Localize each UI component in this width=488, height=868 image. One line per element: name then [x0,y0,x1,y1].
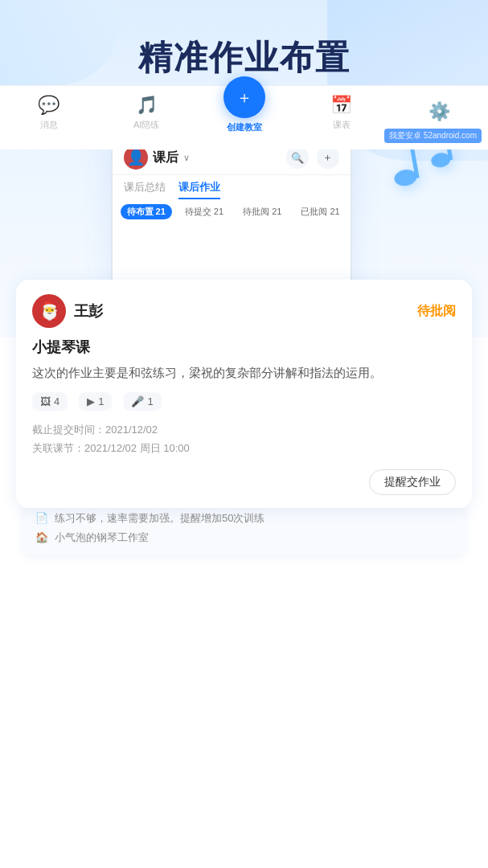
deadline-info: 截止提交时间：2021/12/02 [32,420,456,439]
message-icon: 💬 [38,95,59,116]
main-tabs: 课后总结 课后作业 [113,175,351,199]
search-icon[interactable]: 🔍 [286,146,309,169]
remind-button[interactable]: 提醒交作业 [369,469,456,495]
create-classroom-button[interactable]: ＋ [223,76,265,118]
filter-reviewed[interactable]: 已批阅 21 [294,204,346,219]
doc-icon: 📄 [35,512,48,524]
preview-text-1: 练习不够，速率需要加强。提醒增加50次训练 [55,511,265,526]
attachment-image: 🖼 4 [32,392,68,411]
preview-text-2: 小气泡的钢琴工作室 [55,530,149,545]
homework-card: 🎅 王彭 待批阅 小提琴课 这次的作业主要是和弦练习，梁祝的复杂部分讲解和指法的… [16,280,472,508]
class-info: 关联课节：2021/12/02 周日 10:00 [32,439,456,457]
audio-count: 1 [147,395,153,407]
nav-schedule[interactable]: 📅 课表 [293,95,390,131]
attachment-audio: 🎤 1 [123,392,161,411]
header-icons: 🔍 ＋ [286,146,339,169]
tab-summary[interactable]: 课后总结 [124,180,166,199]
card-status: 待批阅 [417,303,456,320]
image-icon: 🖼 [40,395,51,407]
filter-tabs: 待布置 21 待提交 21 待批阅 21 已批阅 21 [113,199,351,224]
card-description: 这次的作业主要是和弦练习，梁祝的复杂部分讲解和指法的运用。 [32,363,456,383]
main-title: 精准作业布置 [16,35,472,80]
nav-ai-label: AI陪练 [133,119,159,131]
add-icon[interactable]: ＋ [317,146,339,169]
card-user-info: 🎅 王彭 [32,294,103,328]
filter-pending-submit[interactable]: 待提交 21 [178,204,230,219]
nav-message-label: 消息 [40,119,58,131]
audio-icon: 🎤 [131,395,144,407]
watermark: 我爱安卓 52android.com [384,129,482,143]
filter-pending-assign[interactable]: 待布置 21 [121,204,172,219]
nav-create-classroom[interactable]: ＋ 创建教室 [195,92,293,133]
nav-settings[interactable]: ⚙️ [391,101,488,125]
card-avatar: 🎅 [32,294,66,328]
card-attachments: 🖼 4 ▶ 1 🎤 1 [32,392,456,411]
tab-homework[interactable]: 课后作业 [178,180,220,199]
filter-pending-review[interactable]: 待批阅 21 [236,204,288,219]
card-title: 小提琴课 [32,338,456,357]
image-count: 4 [54,395,59,407]
ai-practice-icon: 🎵 [136,95,158,116]
card-header: 🎅 王彭 待批阅 [32,294,456,328]
home-icon: 🏠 [35,531,48,543]
preview-card: 📄 练习不够，速率需要加强。提醒增加50次训练 🏠 小气泡的钢琴工作室 [23,502,465,555]
schedule-icon: 📅 [330,95,352,116]
preview-line-2: 🏠 小气泡的钢琴工作室 [35,530,453,545]
nav-message[interactable]: 💬 消息 [0,95,97,131]
card-username: 王彭 [74,301,103,321]
class-name: 课后 [153,149,178,166]
preview-line-1: 📄 练习不够，速率需要加强。提醒增加50次训练 [35,511,453,526]
create-icon: ＋ [236,87,252,108]
video-icon: ▶ [87,395,95,407]
card-footer[interactable]: 提醒交作业 [32,469,456,495]
chevron-down-icon: ∨ [183,153,190,163]
nav-center-label: 创建教室 [227,121,262,133]
card-meta: 截止提交时间：2021/12/02 关联课节：2021/12/02 周日 10:… [32,420,456,458]
nav-schedule-label: 课表 [333,119,351,131]
settings-icon: ⚙️ [429,101,450,122]
attachment-video: ▶ 1 [79,392,112,411]
nav-ai-practice[interactable]: 🎵 AI陪练 [97,95,195,131]
video-count: 1 [98,395,104,407]
